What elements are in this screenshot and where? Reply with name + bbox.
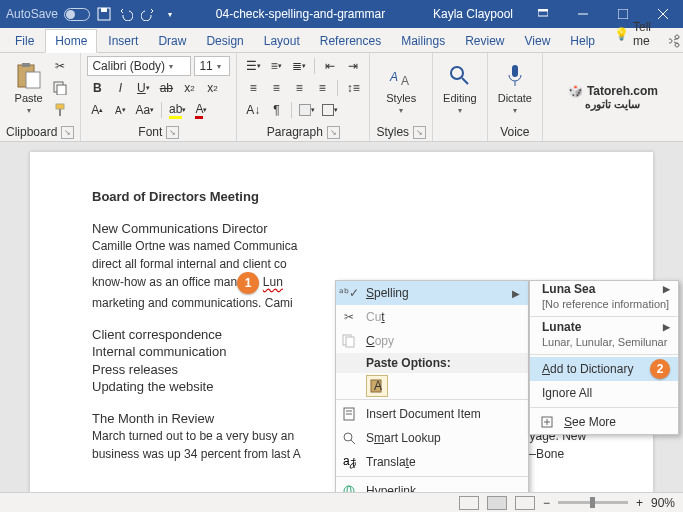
dictate-button[interactable]: Dictate▾ [494, 56, 536, 120]
suggestion-luna-sea[interactable]: Luna Sea▶ [530, 281, 678, 297]
autosave-toggle[interactable] [64, 8, 90, 21]
lightbulb-icon: 💡 [614, 27, 629, 41]
add-to-dictionary[interactable]: Add to Dictionary2 [530, 357, 678, 381]
callout-1: 1 [237, 272, 259, 294]
cm-smart-lookup[interactable]: Smart Lookup [336, 426, 528, 450]
clipboard-dialog-launcher[interactable]: ↘ [61, 126, 74, 139]
scissors-icon: ✂ [55, 59, 65, 73]
ignore-all[interactable]: Ignore All [530, 381, 678, 405]
increase-indent-button[interactable]: ⇥ [343, 56, 363, 76]
paste-option-keep-text[interactable]: A [366, 375, 388, 397]
underline-button[interactable]: U▾ [133, 78, 153, 98]
qat-more-icon[interactable]: ▾ [162, 6, 178, 22]
decrease-indent-button[interactable]: ⇤ [320, 56, 340, 76]
cut-button[interactable]: ✂ [50, 56, 70, 76]
zoom-slider[interactable] [558, 501, 628, 504]
logo-area: 🎲Tatoreh.com سایت تاتوره [543, 53, 683, 141]
format-painter-button[interactable] [50, 100, 70, 120]
tab-draw[interactable]: Draw [149, 30, 195, 52]
align-center-button[interactable]: ≡ [266, 78, 286, 98]
show-marks-button[interactable]: ¶ [266, 100, 286, 120]
svg-point-18 [451, 67, 463, 79]
smart-lookup-icon [340, 429, 358, 447]
cm-paste-options-label: Paste Options: [336, 353, 528, 373]
copy-button[interactable] [50, 78, 70, 98]
font-dialog-launcher[interactable]: ↘ [166, 126, 179, 139]
find-icon [446, 62, 474, 90]
undo-icon[interactable] [118, 6, 134, 22]
line-spacing-button[interactable]: ↕≡ [343, 78, 363, 98]
paste-icon [15, 62, 43, 90]
view-print-button[interactable] [487, 496, 507, 510]
highlight-button[interactable]: ab▾ [167, 100, 188, 120]
bullets-button[interactable]: ☰▾ [243, 56, 263, 76]
share-button[interactable] [663, 30, 683, 52]
align-right-button[interactable]: ≡ [289, 78, 309, 98]
spellcheck-icon: ᵃᵇ✓ [340, 284, 358, 302]
paste-button[interactable]: Paste ▾ [11, 56, 47, 120]
font-color-button[interactable]: A▾ [191, 100, 211, 120]
ribbon-options-icon[interactable] [523, 0, 563, 28]
superscript-button[interactable]: x2 [202, 78, 222, 98]
zoom-out-button[interactable]: − [543, 496, 550, 510]
tab-file[interactable]: File [6, 30, 43, 52]
svg-rect-3 [538, 9, 548, 11]
bold-button[interactable]: B [87, 78, 107, 98]
cm-spelling[interactable]: ᵃᵇ✓SSpellingpelling▶ [336, 281, 528, 305]
numbering-button[interactable]: ≡▾ [266, 56, 286, 76]
shading-button[interactable]: ▾ [297, 100, 317, 120]
tab-help[interactable]: Help [561, 30, 604, 52]
paragraph-dialog-launcher[interactable]: ↘ [327, 126, 340, 139]
cm-cut: ✂Cut [336, 305, 528, 329]
minimize-button[interactable] [563, 0, 603, 28]
svg-rect-13 [57, 85, 66, 95]
italic-button[interactable]: I [110, 78, 130, 98]
spelling-error[interactable]: Lun [263, 276, 283, 290]
callout-2: 2 [650, 359, 670, 379]
copy-icon [340, 332, 358, 350]
font-name-combo[interactable]: Calibri (Body)▾ [87, 56, 191, 76]
svg-point-29 [344, 433, 352, 441]
tab-home[interactable]: Home [45, 29, 97, 53]
borders-button[interactable]: ▾ [320, 100, 340, 120]
tab-mailings[interactable]: Mailings [392, 30, 454, 52]
menubar: File Home Insert Draw Design Layout Refe… [0, 28, 683, 52]
suggestion-lunate[interactable]: Lunate▶ [530, 319, 678, 335]
svg-line-30 [351, 440, 355, 444]
tab-layout[interactable]: Layout [255, 30, 309, 52]
sort-button[interactable]: A↓ [243, 100, 263, 120]
zoom-level[interactable]: 90% [651, 496, 675, 510]
cm-insert-document-item[interactable]: Insert Document Item [336, 402, 528, 426]
styles-dialog-launcher[interactable]: ↘ [413, 126, 426, 139]
grow-font-button[interactable]: A▴ [87, 100, 107, 120]
strike-button[interactable]: ab [156, 78, 176, 98]
user-name[interactable]: Kayla Claypool [423, 7, 523, 21]
redo-icon[interactable] [140, 6, 156, 22]
editing-button[interactable]: Editing▾ [439, 56, 481, 120]
styles-button[interactable]: AA Styles▾ [382, 56, 420, 120]
shrink-font-button[interactable]: A▾ [110, 100, 130, 120]
tab-view[interactable]: View [516, 30, 560, 52]
group-clipboard: Paste ▾ ✂ Clipboard↘ [0, 53, 81, 141]
tab-design[interactable]: Design [197, 30, 252, 52]
view-read-button[interactable] [459, 496, 479, 510]
cm-translate[interactable]: aあTranslate [336, 450, 528, 474]
change-case-button[interactable]: Aa▾ [133, 100, 156, 120]
multilevel-button[interactable]: ≣▾ [289, 56, 309, 76]
svg-text:A: A [374, 379, 382, 393]
tab-insert[interactable]: Insert [99, 30, 147, 52]
tell-me[interactable]: 💡Tell me [606, 16, 659, 52]
see-more[interactable]: See More [530, 410, 678, 434]
tab-review[interactable]: Review [456, 30, 513, 52]
svg-rect-15 [59, 109, 61, 116]
align-left-button[interactable]: ≡ [243, 78, 263, 98]
svg-text:A: A [389, 70, 398, 84]
svg-rect-23 [346, 337, 354, 347]
save-icon[interactable] [96, 6, 112, 22]
font-size-combo[interactable]: 11▾ [194, 56, 230, 76]
zoom-in-button[interactable]: + [636, 496, 643, 510]
subscript-button[interactable]: x2 [179, 78, 199, 98]
justify-button[interactable]: ≡ [312, 78, 332, 98]
view-web-button[interactable] [515, 496, 535, 510]
tab-references[interactable]: References [311, 30, 390, 52]
